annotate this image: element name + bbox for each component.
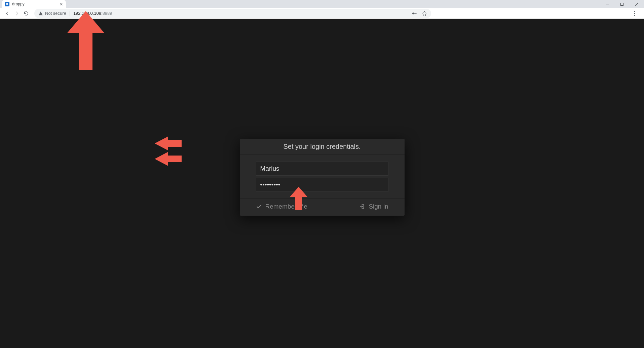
- username-input[interactable]: [256, 162, 388, 176]
- svg-point-8: [634, 13, 635, 14]
- window-minimize-button[interactable]: [600, 0, 614, 8]
- login-fields: [240, 155, 405, 199]
- annotation-arrow-username: [155, 136, 182, 150]
- tab-title: droppy: [12, 2, 25, 6]
- star-icon[interactable]: [422, 11, 427, 16]
- svg-point-7: [634, 11, 635, 12]
- annotation-arrow-signin: [290, 187, 307, 210]
- login-heading: Set your login credentials.: [240, 139, 405, 155]
- svg-point-4: [412, 12, 414, 14]
- signin-button[interactable]: Sign in: [359, 203, 388, 210]
- svg-point-9: [634, 15, 635, 16]
- password-input[interactable]: [256, 178, 388, 192]
- browser-titlebar: droppy ✕: [0, 0, 644, 8]
- check-icon: [256, 204, 262, 210]
- nav-reload-button[interactable]: [22, 9, 31, 18]
- svg-marker-12: [155, 152, 182, 166]
- not-secure-indicator[interactable]: Not secure: [38, 11, 66, 16]
- nav-forward-button[interactable]: [12, 9, 22, 18]
- key-icon[interactable]: [412, 11, 417, 16]
- svg-marker-11: [155, 136, 182, 150]
- warning-icon: [38, 11, 43, 16]
- nav-back-button[interactable]: [3, 9, 12, 18]
- window-controls: [600, 0, 644, 8]
- not-secure-label: Not secure: [45, 11, 66, 16]
- svg-marker-10: [67, 11, 104, 70]
- window-close-button[interactable]: [629, 0, 644, 8]
- close-tab-icon[interactable]: ✕: [60, 2, 63, 7]
- svg-marker-13: [290, 187, 307, 210]
- signin-icon: [359, 204, 365, 210]
- signin-label: Sign in: [369, 203, 388, 210]
- window-maximize-button[interactable]: [614, 0, 629, 8]
- annotation-arrow-up: [67, 11, 104, 70]
- browser-tab[interactable]: droppy ✕: [2, 0, 66, 8]
- svg-rect-1: [620, 3, 623, 5]
- login-actions: Remember Me Sign in: [240, 199, 405, 216]
- droppy-favicon: [5, 2, 9, 6]
- svg-rect-6: [416, 13, 416, 14]
- page-content: Set your login credentials. Remember Me …: [0, 19, 644, 348]
- login-panel: Set your login credentials. Remember Me …: [240, 139, 405, 216]
- annotation-arrow-password: [155, 152, 182, 166]
- browser-menu-button[interactable]: [630, 11, 639, 16]
- svg-rect-5: [414, 13, 416, 13]
